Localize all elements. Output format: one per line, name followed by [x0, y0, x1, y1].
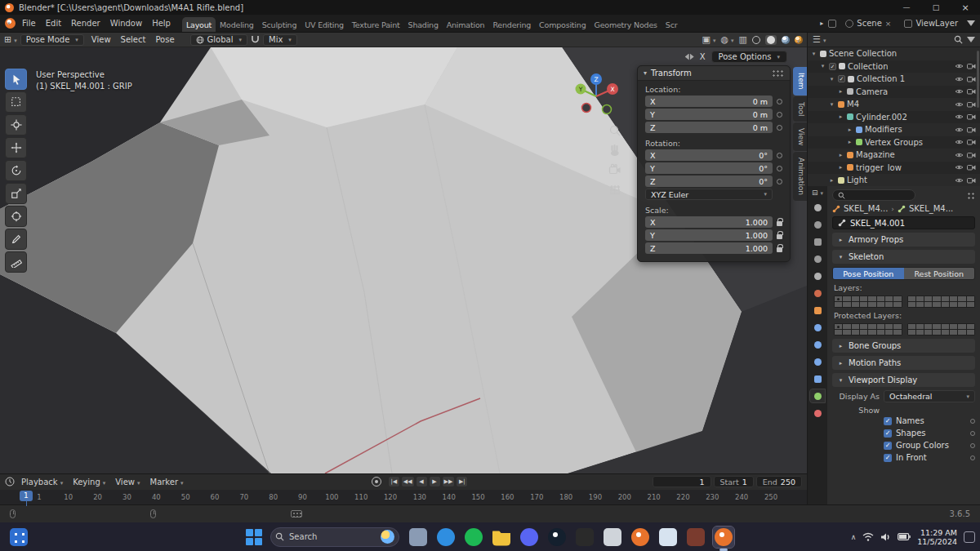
outliner-item-label[interactable]: Camera	[856, 87, 888, 96]
viewport-menu-item[interactable]: Pose	[151, 34, 178, 45]
navigation-gizmo[interactable]: Z X Y	[570, 70, 622, 122]
app-light[interactable]	[602, 527, 623, 548]
blender[interactable]	[713, 527, 734, 548]
menu-item[interactable]: Help	[147, 17, 176, 29]
rotation-field[interactable]: Z 0°	[645, 176, 773, 187]
blender-app-menu-icon[interactable]	[5, 18, 16, 29]
expand-icon[interactable]: ▸	[828, 177, 835, 184]
taskbar-search[interactable]: Search	[270, 527, 399, 547]
layer-block-2[interactable]	[907, 295, 976, 308]
timeline-editor-type-icon[interactable]	[5, 477, 15, 487]
scene[interactable]	[810, 269, 825, 282]
outliner-item-label[interactable]: Collection	[848, 62, 888, 71]
particles[interactable]	[810, 338, 825, 351]
sidebar-tab[interactable]: Animation	[793, 152, 807, 201]
wifi-icon[interactable]	[862, 532, 874, 542]
proportional-editing-selector[interactable]: Mix	[263, 34, 297, 46]
timeline-menu-item[interactable]: Keying	[69, 477, 109, 487]
material[interactable]	[810, 407, 825, 420]
measure-tool-button[interactable]	[5, 251, 27, 273]
hide-in-viewport-icon[interactable]	[955, 88, 964, 95]
expand-icon[interactable]: ▾	[810, 51, 817, 57]
animate-decorator-icon[interactable]	[777, 112, 782, 118]
world[interactable]	[810, 287, 825, 300]
outliner-scrollbar[interactable]	[977, 51, 979, 108]
outliner-item-label[interactable]: trigger_low	[856, 163, 902, 172]
location-field[interactable]: Y 0 m	[645, 109, 773, 120]
outliner-item-label[interactable]: Cylinder.002	[856, 113, 907, 122]
timeline-menu-item[interactable]: Playback	[17, 477, 67, 487]
menu-item[interactable]: File	[17, 17, 41, 29]
disable-in-renders-icon[interactable]	[967, 88, 976, 95]
menu-item[interactable]: Edit	[41, 17, 66, 29]
protected-layers-grid[interactable]	[832, 323, 975, 335]
render[interactable]	[810, 218, 825, 231]
collection-checkbox[interactable]: ✓	[838, 75, 845, 82]
disable-in-renders-icon[interactable]	[967, 76, 976, 82]
sidebar-tab[interactable]: View	[793, 122, 807, 151]
disable-in-renders-icon[interactable]	[967, 101, 976, 108]
outliner-row[interactable]: ▾ ✓ Collection	[808, 60, 980, 73]
workspace-tab[interactable]: Scr	[662, 17, 682, 32]
widgets-icon[interactable]	[10, 528, 28, 546]
hide-in-viewport-icon[interactable]	[955, 139, 964, 145]
expand-icon[interactable]: ▾	[819, 63, 826, 69]
panel-grip-icon[interactable]	[772, 69, 784, 77]
edge-browser[interactable]	[435, 527, 457, 548]
minimize-button[interactable]: —	[892, 0, 921, 15]
outliner-item-label[interactable]: Modifiers	[865, 125, 902, 134]
mirror-x-icon[interactable]	[685, 54, 694, 60]
section-skeleton[interactable]: ▾Skeleton	[832, 250, 975, 264]
animate-decorator-icon[interactable]	[970, 431, 975, 436]
object[interactable]	[810, 304, 825, 317]
rotate-tool-button[interactable]	[5, 160, 27, 181]
show-option-checkbox[interactable]: ✓	[884, 417, 892, 425]
pose-options-dropdown[interactable]: Pose Options	[711, 51, 787, 63]
sidebar-tab[interactable]: Tool	[793, 96, 807, 122]
hide-in-viewport-icon[interactable]	[955, 152, 964, 158]
scale-tool-button[interactable]	[5, 183, 27, 204]
scale-field[interactable]: X 1.000	[645, 216, 773, 228]
blender-alt[interactable]	[630, 527, 651, 548]
playhead[interactable]: 1	[20, 491, 33, 501]
layer-block-1[interactable]	[834, 295, 902, 308]
show-option-checkbox[interactable]: ✓	[884, 429, 892, 438]
shading-solid-icon[interactable]	[765, 35, 777, 45]
expand-icon[interactable]: ▸	[837, 88, 844, 95]
timeline-ruler[interactable]: 1 11020304050607080901001101201301401501…	[0, 490, 807, 505]
protected-block-2[interactable]	[907, 323, 976, 335]
auto-keying-button[interactable]	[372, 477, 381, 487]
app-dark-red[interactable]	[685, 527, 706, 548]
properties-editor-type-icon[interactable]: ⊟	[812, 189, 823, 197]
expand-icon[interactable]: ▸	[846, 127, 853, 133]
workspace-tab[interactable]: Compositing	[535, 17, 590, 32]
outliner-item-label[interactable]: Magazine	[856, 150, 895, 159]
scale-field[interactable]: Y 1.000	[645, 229, 773, 241]
viewlayer-selector[interactable]: ViewLayer	[900, 18, 962, 29]
sidebar-tab[interactable]: Item	[793, 67, 807, 96]
workspace-tab[interactable]: Sculpting	[258, 17, 301, 32]
next-keyframe-button[interactable]: ▶▶	[442, 476, 456, 487]
xray-toggle-icon[interactable]: ▥	[739, 35, 747, 44]
outliner-editor-type-icon[interactable]: ☰	[813, 35, 826, 44]
layers-grid[interactable]	[832, 295, 975, 308]
section-viewport-display[interactable]: ▾Viewport Display	[832, 373, 975, 387]
annotate-tool-button[interactable]	[5, 229, 27, 250]
animate-decorator-icon[interactable]	[777, 153, 782, 158]
overlays-icon[interactable]: ◍	[720, 35, 733, 44]
constraints[interactable]	[810, 372, 825, 385]
notification-icon[interactable]	[964, 531, 975, 543]
workspace-tab[interactable]: UV Editing	[301, 17, 348, 32]
viewport-menu-item[interactable]: View	[87, 34, 115, 45]
outliner-row[interactable]: ▾ ✓ Scene Collection	[808, 47, 980, 60]
workspace-tab[interactable]: Geometry Nodes	[590, 17, 661, 32]
outliner-row[interactable]: ▸ ✓ Light	[808, 174, 980, 186]
disable-in-renders-icon[interactable]	[967, 127, 976, 133]
outliner-item-label[interactable]: M4	[847, 100, 859, 109]
hide-in-viewport-icon[interactable]	[955, 76, 964, 82]
output[interactable]	[810, 235, 825, 248]
lock-icon[interactable]	[777, 221, 782, 226]
outliner-item-label[interactable]: Light	[847, 176, 867, 184]
outliner-row[interactable]: ▾ ✓ M4	[808, 98, 980, 111]
rotation-field[interactable]: X 0°	[645, 149, 773, 161]
